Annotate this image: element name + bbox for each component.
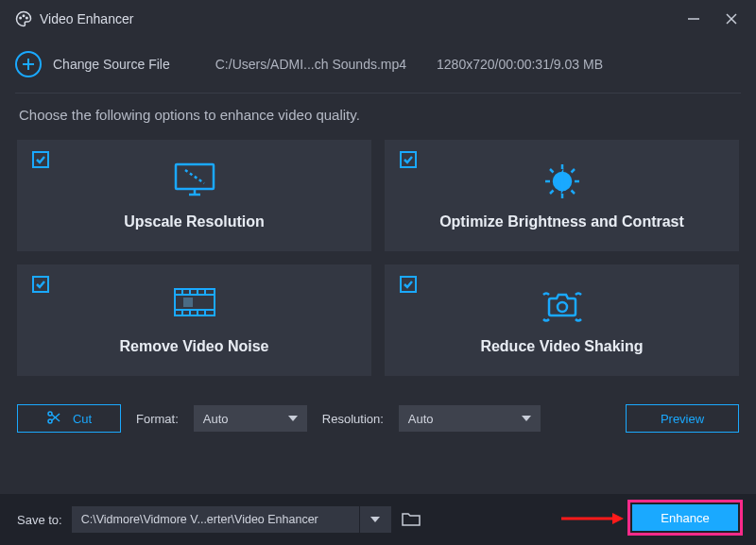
preview-button[interactable]: Preview [626,404,739,433]
cut-button[interactable]: Cut [17,404,121,433]
chevron-down-icon [288,416,298,421]
svg-line-37 [52,414,60,420]
add-source-button[interactable] [15,51,42,77]
format-label: Format: [136,412,179,426]
save-path-text: C:\Vidmore\Vidmore V...erter\Video Enhan… [72,513,359,526]
svg-line-11 [185,170,204,183]
save-to-label: Save to: [17,513,62,527]
svg-point-1 [23,15,25,17]
instruction-text: Choose the following options to enhance … [0,94,756,140]
app-title: Video Enhancer [40,11,684,26]
svg-line-17 [550,169,554,173]
svg-point-2 [26,17,28,19]
svg-point-0 [20,17,22,19]
annotation-highlight: Enhance [627,500,743,536]
option-remove-noise[interactable]: Remove Video Noise [17,264,371,376]
option-label: Optimize Brightness and Contrast [385,213,739,230]
resolution-label: Resolution: [322,412,384,426]
scissors-icon [46,410,61,428]
resolution-select[interactable]: Auto [399,405,541,432]
chevron-down-icon [522,416,531,421]
option-brightness-contrast[interactable]: Optimize Brightness and Contrast [385,140,739,251]
format-value: Auto [203,412,229,426]
filmstrip-icon [171,285,218,323]
palette-icon [15,10,32,27]
save-path-dropdown[interactable] [359,506,391,533]
option-upscale-resolution[interactable]: Upscale Resolution [17,140,371,251]
format-select[interactable]: Auto [194,405,307,432]
chevron-down-icon [370,517,380,522]
change-source-link[interactable]: Change Source File [53,57,170,72]
monitor-icon [172,161,217,202]
svg-line-19 [571,169,575,173]
minimize-button[interactable] [684,9,703,28]
svg-line-36 [52,415,60,421]
checkbox[interactable] [400,151,417,168]
checkbox[interactable] [32,151,49,168]
sun-icon [540,161,585,206]
resolution-value: Auto [408,412,434,426]
svg-rect-21 [175,289,215,315]
svg-line-20 [550,191,554,195]
svg-point-34 [48,412,52,416]
source-info: 1280x720/00:00:31/9.03 MB [437,57,603,72]
checkbox[interactable] [32,276,49,293]
svg-point-35 [48,419,52,423]
svg-line-18 [571,191,575,195]
option-label: Remove Video Noise [17,338,371,355]
option-reduce-shaking[interactable]: Reduce Video Shaking [385,264,739,376]
enhance-label: Enhance [661,511,709,525]
option-label: Reduce Video Shaking [385,338,739,355]
cut-label: Cut [73,412,92,426]
option-label: Upscale Resolution [17,213,371,230]
svg-point-33 [558,302,567,312]
enhance-button[interactable]: Enhance [632,504,738,531]
close-button[interactable] [722,9,741,28]
camera-shake-icon [536,285,589,331]
browse-folder-button[interactable] [401,510,423,529]
source-path: C:/Users/ADMI...ch Sounds.mp4 [215,57,406,72]
save-path-field[interactable]: C:\Vidmore\Vidmore V...erter\Video Enhan… [72,506,391,533]
checkbox[interactable] [400,276,417,293]
svg-rect-32 [183,298,193,307]
preview-label: Preview [661,412,704,426]
